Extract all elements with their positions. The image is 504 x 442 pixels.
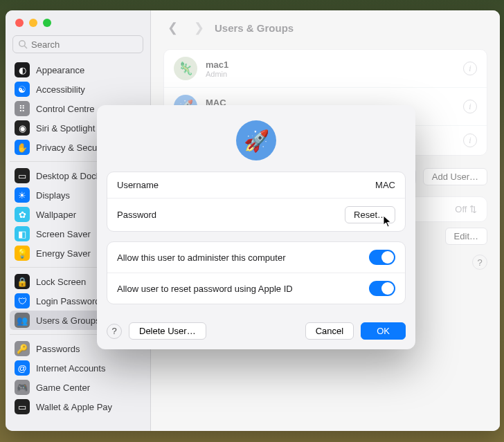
sidebar-item-label: Users & Groups: [36, 315, 100, 326]
maximize-window-button[interactable]: [43, 19, 51, 27]
sidebar-item-accessibility[interactable]: ☯Accessibility: [10, 80, 146, 99]
appearance-icon: ◐: [15, 62, 30, 77]
sidebar-item-wallet-apple-pay[interactable]: ▭Wallet & Apple Pay: [10, 397, 146, 416]
siri-spotlight-icon: ◉: [15, 120, 30, 136]
appleid-toggle-row: Allow user to reset password using Apple…: [107, 273, 405, 304]
reset-password-button[interactable]: Reset…: [345, 206, 395, 223]
displays-icon: ☀: [15, 187, 30, 203]
user-detail-modal: 🚀 Username MAC Password Reset… Allow thi…: [97, 105, 415, 349]
modal-footer: ? Delete User… Cancel OK: [97, 314, 415, 340]
users-groups-icon: 👥: [15, 313, 30, 328]
lock-screen-icon: 🔒: [15, 274, 30, 289]
appleid-toggle-label: Allow user to reset password using Apple…: [117, 284, 293, 294]
sidebar-item-label: Desktop & Dock: [36, 171, 100, 181]
wallpaper-icon: ✿: [15, 207, 30, 222]
screen-saver-icon: ◧: [15, 226, 30, 241]
ok-button[interactable]: OK: [361, 322, 406, 340]
password-label: Password: [117, 210, 156, 220]
window-controls: [6, 10, 150, 33]
close-window-button[interactable]: [15, 19, 24, 27]
sidebar-item-label: Passwords: [36, 344, 80, 354]
accessibility-icon: ☯: [15, 82, 30, 97]
energy-saver-icon: 💡: [15, 246, 30, 261]
privacy-security-icon: ✋: [15, 140, 30, 155]
admin-toggle[interactable]: [369, 250, 395, 265]
passwords-icon: 🔑: [15, 341, 30, 356]
svg-line-1: [24, 46, 27, 48]
sidebar-item-internet-accounts[interactable]: @Internet Accounts: [10, 358, 146, 378]
cancel-button[interactable]: Cancel: [305, 322, 354, 340]
sidebar-item-label: Internet Accounts: [36, 363, 105, 374]
username-label: Username: [117, 180, 159, 190]
svg-point-0: [19, 41, 25, 46]
username-value: MAC: [375, 180, 395, 190]
admin-toggle-label: Allow this user to administer this compu…: [117, 252, 285, 263]
delete-user-button[interactable]: Delete User…: [129, 322, 206, 340]
user-avatar[interactable]: 🚀: [236, 120, 276, 160]
username-row: Username MAC: [107, 172, 405, 199]
sidebar-item-label: Login Password: [36, 296, 100, 306]
game-center-icon: 🎮: [15, 380, 30, 395]
desktop-dock-icon: ▭: [15, 168, 30, 183]
login-password-icon: 🛡: [15, 293, 30, 309]
wallet-apple-pay-icon: ▭: [15, 399, 30, 414]
search-icon: [18, 39, 28, 51]
sidebar-item-label: Displays: [36, 190, 70, 201]
sidebar-item-label: Siri & Spotlight: [36, 123, 95, 133]
internet-accounts-icon: @: [15, 360, 30, 376]
sidebar-item-label: Lock Screen: [36, 277, 86, 287]
password-row: Password Reset…: [107, 199, 405, 231]
appleid-toggle[interactable]: [369, 281, 395, 296]
sidebar-item-label: Accessibility: [36, 84, 85, 95]
search-input[interactable]: [12, 35, 143, 53]
sidebar-item-label: Wallet & Apple Pay: [36, 402, 112, 412]
admin-toggle-row: Allow this user to administer this compu…: [107, 242, 405, 273]
control-centre-icon: ⠿: [15, 101, 30, 116]
credentials-section: Username MAC Password Reset…: [107, 172, 406, 232]
sidebar-item-label: Control Centre: [36, 104, 95, 114]
permissions-section: Allow this user to administer this compu…: [107, 241, 406, 304]
sidebar-item-label: Energy Saver: [36, 248, 91, 259]
sidebar-item-label: Wallpaper: [36, 210, 76, 220]
sidebar-search: [12, 35, 143, 53]
modal-help-button[interactable]: ?: [107, 324, 122, 339]
sidebar-item-label: Game Center: [36, 383, 90, 393]
sidebar-item-appearance[interactable]: ◐Appearance: [10, 60, 146, 80]
sidebar-item-label: Appearance: [36, 65, 84, 75]
minimize-window-button[interactable]: [29, 19, 37, 27]
sidebar-item-game-center[interactable]: 🎮Game Center: [10, 378, 146, 397]
sidebar-item-label: Screen Saver: [36, 229, 91, 239]
